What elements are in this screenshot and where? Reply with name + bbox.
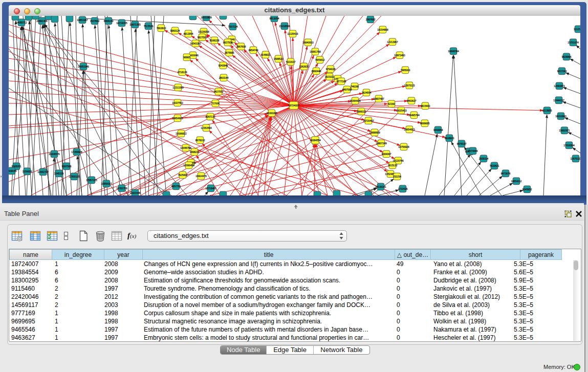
svg-text:8186328: 8186328 <box>210 39 220 42</box>
svg-text:9657791: 9657791 <box>171 185 181 188</box>
svg-text:12444137: 12444137 <box>553 99 564 102</box>
svg-text:8267130: 8267130 <box>206 116 215 118</box>
svg-text:62160: 62160 <box>388 103 395 105</box>
svg-text:9960124: 9960124 <box>170 30 180 32</box>
svg-text:2935114: 2935114 <box>479 158 489 160</box>
svg-text:9699695: 9699695 <box>420 122 430 125</box>
svg-text:1345119: 1345119 <box>54 172 64 175</box>
svg-text:19384554: 19384554 <box>310 139 321 142</box>
svg-text:11675331: 11675331 <box>571 158 581 160</box>
svg-text:6215955: 6215955 <box>542 110 552 112</box>
svg-text:9777169: 9777169 <box>337 80 346 83</box>
svg-text:7625402: 7625402 <box>178 174 188 177</box>
svg-text:7986322: 7986322 <box>357 111 366 113</box>
svg-text:20691406: 20691406 <box>36 20 48 23</box>
svg-text:9084067: 9084067 <box>382 153 391 156</box>
svg-text:9827503: 9827503 <box>198 36 207 39</box>
svg-text:746266: 746266 <box>351 85 359 88</box>
svg-text:6497568: 6497568 <box>342 89 352 91</box>
svg-text:16782759: 16782759 <box>116 187 127 190</box>
svg-text:11325419: 11325419 <box>288 33 298 35</box>
svg-text:20364436: 20364436 <box>350 100 361 102</box>
svg-text:12942737: 12942737 <box>37 171 49 173</box>
svg-text:10025433: 10025433 <box>396 110 407 112</box>
svg-text:17359928: 17359928 <box>71 151 82 154</box>
svg-text:10046798: 10046798 <box>180 147 191 149</box>
svg-text:252254: 252254 <box>393 176 401 178</box>
svg-text:7955812: 7955812 <box>315 59 325 61</box>
svg-text:16640910: 16640910 <box>302 41 314 44</box>
svg-text:9245652: 9245652 <box>522 188 532 191</box>
svg-text:10654112: 10654112 <box>511 180 522 183</box>
svg-text:16033809: 16033809 <box>201 16 212 19</box>
svg-text:8912954: 8912954 <box>184 33 193 35</box>
svg-text:6794028: 6794028 <box>326 68 336 71</box>
svg-text:12213967: 12213967 <box>387 41 398 43</box>
svg-text:9397586: 9397586 <box>62 165 72 168</box>
svg-text:16495794: 16495794 <box>408 114 420 117</box>
svg-text:12975115: 12975115 <box>404 84 415 87</box>
svg-text:8678332: 8678332 <box>195 139 205 142</box>
svg-text:12093873: 12093873 <box>554 85 565 87</box>
svg-text:9242848: 9242848 <box>219 64 228 67</box>
svg-text:8990448: 8990448 <box>312 70 321 73</box>
svg-text:9146821: 9146821 <box>261 54 271 56</box>
svg-text:1588520: 1588520 <box>274 58 284 60</box>
svg-text:17957225: 17957225 <box>86 179 97 182</box>
svg-text:10671355: 10671355 <box>129 24 141 26</box>
svg-text:1112574: 1112574 <box>574 28 580 31</box>
svg-text:17016504: 17016504 <box>563 144 575 147</box>
svg-text:18724007: 18724007 <box>288 104 299 107</box>
svg-text:8938923: 8938923 <box>445 137 454 140</box>
svg-text:1615132: 1615132 <box>388 164 398 167</box>
svg-text:11923446: 11923446 <box>130 192 141 194</box>
svg-text:5322037: 5322037 <box>286 61 296 63</box>
svg-text:15751074: 15751074 <box>568 41 579 44</box>
svg-text:8454749: 8454749 <box>249 49 258 52</box>
svg-text:2539155: 2539155 <box>9 170 17 172</box>
svg-text:1640954: 1640954 <box>433 129 443 132</box>
svg-text:1498222: 1498222 <box>190 151 200 154</box>
svg-text:15720407: 15720407 <box>363 120 374 122</box>
svg-text:20206576: 20206576 <box>49 153 60 156</box>
svg-text:2087682: 2087682 <box>366 18 376 21</box>
svg-text:12353594: 12353594 <box>201 127 212 129</box>
svg-text:14055712: 14055712 <box>16 21 27 24</box>
svg-text:8813054: 8813054 <box>270 17 279 20</box>
svg-text:19654925: 19654925 <box>172 117 183 120</box>
svg-text:16648784: 16648784 <box>448 50 459 53</box>
svg-text:12213369: 12213369 <box>172 86 184 89</box>
svg-text:19654923: 19654923 <box>404 128 415 131</box>
svg-text:12505135: 12505135 <box>69 176 80 178</box>
svg-text:25300285: 25300285 <box>266 112 277 115</box>
svg-text:10756928: 10756928 <box>398 146 409 148</box>
svg-text:10807487: 10807487 <box>373 98 384 100</box>
svg-text:19166822: 19166822 <box>176 133 187 135</box>
svg-text:16107553: 16107553 <box>172 102 183 104</box>
svg-text:16914479: 16914479 <box>195 175 207 178</box>
svg-text:7357224: 7357224 <box>228 26 238 28</box>
svg-text:10973493: 10973493 <box>394 54 405 57</box>
svg-text:12099459: 12099459 <box>183 164 194 167</box>
svg-text:15716485: 15716485 <box>205 187 216 190</box>
svg-text:2867608: 2867608 <box>236 46 246 48</box>
svg-text:16210643: 16210643 <box>555 115 567 118</box>
svg-text:3624554: 3624554 <box>362 92 372 94</box>
svg-text:15692971: 15692971 <box>559 129 570 132</box>
svg-text:1574444: 1574444 <box>468 150 478 152</box>
svg-text:18807249: 18807249 <box>376 142 387 145</box>
svg-text:1527602: 1527602 <box>90 20 100 23</box>
svg-text:3875685: 3875685 <box>225 52 234 54</box>
svg-text:1733426: 1733426 <box>398 188 408 190</box>
svg-text:1156819: 1156819 <box>23 170 32 173</box>
svg-text:1362615: 1362615 <box>299 65 309 68</box>
svg-text:10653287: 10653287 <box>77 19 88 21</box>
svg-text:6466160: 6466160 <box>104 20 114 23</box>
svg-text:6479197: 6479197 <box>457 143 467 145</box>
svg-text:15218506: 15218506 <box>279 25 290 28</box>
svg-text:16961768: 16961768 <box>310 51 321 53</box>
svg-text:9427552: 9427552 <box>214 91 224 93</box>
svg-text:717006: 717006 <box>211 102 220 105</box>
svg-text:7632621: 7632621 <box>490 165 499 167</box>
svg-text:9815400: 9815400 <box>421 105 430 107</box>
